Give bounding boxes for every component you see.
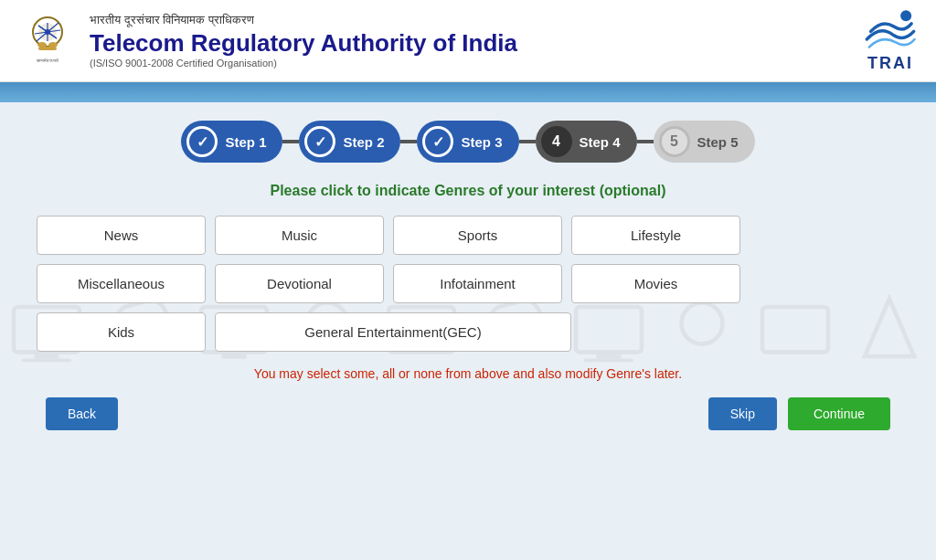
genre-news-button[interactable]: News [37,216,206,255]
step-2-button: ✓ Step 2 [299,121,400,163]
emblem-icon: सत्यमेव जयते [18,12,77,70]
step-3-item: ✓ Step 3 [417,121,518,163]
step-1-label: Step 1 [225,134,266,150]
header-title: Telecom Regulatory Authority of India [90,29,517,58]
step-4-number: 4 [552,133,560,150]
svg-rect-10 [38,47,57,50]
step-3-button: ✓ Step 3 [417,121,518,163]
genre-infotainment-button[interactable]: Infotainment [393,264,562,303]
continue-button[interactable]: Continue [788,397,890,430]
step-4-label: Step 4 [580,134,621,150]
header-cert: (IS/ISO 9001-2008 Certified Organisation… [90,58,517,69]
step-1-button: ✓ Step 1 [181,121,282,163]
step-2-check-icon: ✓ [314,133,326,151]
genre-row-3: Kids General Entertainment(GEC) [37,312,899,352]
step-3-label: Step 3 [461,134,502,150]
step-5-number: 5 [670,133,678,150]
steps-bar: ✓ Step 1 ✓ Step 2 ✓ [37,121,899,163]
step-3-circle: ✓ [422,126,453,157]
header: सत्यमेव जयते भारतीय दूरसंचार विनियामक प्… [0,0,936,82]
genre-devotional-button[interactable]: Devotional [215,264,384,303]
genre-kids-button[interactable]: Kids [37,312,206,352]
bottom-bar: Back Skip Continue [37,397,899,430]
blue-bar [0,82,936,102]
svg-point-12 [900,10,911,21]
step-4-item: 4 Step 4 [536,121,637,163]
trai-logo: TRAI [863,8,918,73]
step-5-circle: 5 [659,126,690,157]
trai-label: TRAI [867,54,913,73]
trai-symbol-icon [863,8,918,54]
step-connector-1 [282,140,299,143]
genre-miscellaneous-button[interactable]: Miscellaneous [37,264,206,303]
step-connector-4 [637,140,654,143]
genre-gec-button[interactable]: General Entertainment(GEC) [215,312,571,352]
main-content: ✓ Step 1 ✓ Step 2 ✓ [0,102,936,560]
step-5-label: Step 5 [697,134,739,150]
step-1-item: ✓ Step 1 [181,121,282,163]
step-5-item: 5 Step 5 [654,121,755,163]
genre-sports-button[interactable]: Sports [393,216,562,255]
genre-lifestyle-button[interactable]: Lifestyle [571,216,740,255]
step-4-circle: 4 [541,126,572,157]
step-connector-2 [400,140,417,143]
step-2-item: ✓ Step 2 [299,121,400,163]
right-buttons: Skip Continue [708,397,890,430]
genre-movies-button[interactable]: Movies [571,264,740,303]
genre-instruction: Please click to indicate Genres of your … [37,183,899,199]
svg-point-7 [45,29,50,35]
step-connector-3 [519,140,536,143]
genre-grid: News Music Sports Lifestyle Miscellaneou… [37,216,899,352]
content-area: ✓ Step 1 ✓ Step 2 ✓ [0,102,936,439]
genre-row-1: News Music Sports Lifestyle [37,216,899,255]
header-text: भारतीय दूरसंचार विनियामक प्राधिकरण Telec… [90,13,517,69]
skip-button[interactable]: Skip [708,397,777,430]
back-button[interactable]: Back [46,397,118,430]
header-left: सत्यमेव जयते भारतीय दूरसंचार विनियामक प्… [18,12,517,70]
step-1-circle: ✓ [186,126,218,157]
svg-text:सत्यमेव जयते: सत्यमेव जयते [36,58,58,63]
step-2-circle: ✓ [304,126,335,157]
genre-note: You may select some, all or none from ab… [37,366,899,381]
step-5-button: 5 Step 5 [654,121,755,163]
genre-row-2: Miscellaneous Devotional Infotainment Mo… [37,264,899,303]
step-3-check-icon: ✓ [432,133,444,151]
genre-music-button[interactable]: Music [215,216,384,255]
header-hindi: भारतीय दूरसंचार विनियामक प्राधिकरण [90,13,517,27]
step-1-check-icon: ✓ [197,133,208,151]
step-2-label: Step 2 [343,134,384,150]
step-4-button: 4 Step 4 [536,121,637,163]
